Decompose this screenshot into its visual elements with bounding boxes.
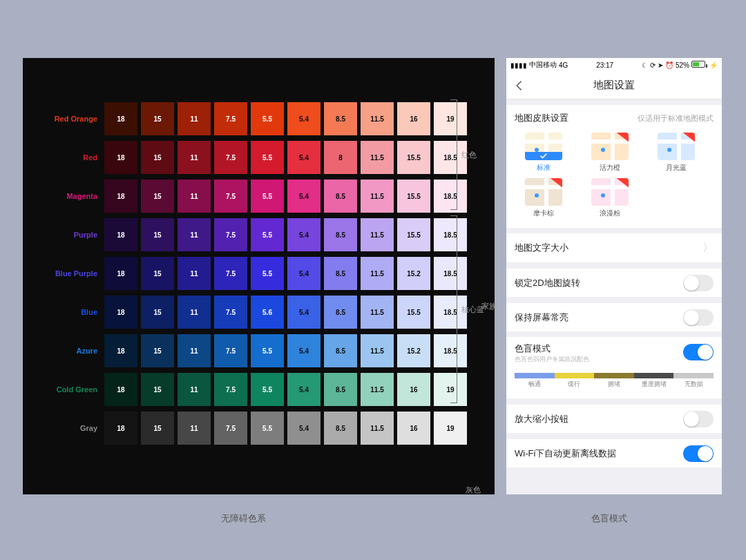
palette-swatch[interactable]: 11 bbox=[178, 141, 211, 174]
palette-swatch[interactable]: 5.4 bbox=[287, 334, 321, 367]
palette-swatch[interactable]: 7.5 bbox=[214, 412, 247, 445]
palette-swatch[interactable]: 5.4 bbox=[287, 141, 321, 174]
palette-swatch[interactable]: 7.5 bbox=[214, 141, 247, 174]
palette-swatch[interactable]: 11.5 bbox=[361, 257, 394, 290]
palette-swatch[interactable]: 8.5 bbox=[324, 334, 357, 367]
palette-swatch[interactable]: 8.5 bbox=[324, 102, 357, 135]
toggle-colorblind[interactable] bbox=[683, 344, 714, 360]
palette-swatch[interactable]: 15.5 bbox=[397, 141, 430, 174]
palette-swatch[interactable]: 18 bbox=[104, 373, 137, 406]
palette-swatch[interactable]: 18 bbox=[104, 180, 137, 213]
palette-swatch[interactable]: 5.5 bbox=[251, 141, 284, 174]
palette-swatch[interactable]: 5.4 bbox=[287, 218, 321, 251]
palette-swatch[interactable]: 5.4 bbox=[287, 412, 321, 445]
palette-swatch[interactable]: 11.5 bbox=[361, 180, 394, 213]
palette-swatch[interactable]: 19 bbox=[434, 412, 467, 445]
palette-swatch[interactable]: 15.2 bbox=[397, 334, 430, 367]
palette-swatch[interactable]: 7.5 bbox=[214, 218, 247, 251]
palette-swatch[interactable]: 5.4 bbox=[287, 373, 321, 406]
palette-swatch[interactable]: 11 bbox=[178, 412, 211, 445]
skin-item[interactable]: 浪漫粉 bbox=[589, 178, 631, 218]
palette-swatch[interactable]: 16 bbox=[397, 373, 430, 406]
palette-swatch[interactable]: 15 bbox=[141, 218, 174, 251]
palette-swatch[interactable]: 18 bbox=[104, 412, 137, 445]
palette-swatch[interactable]: 8.5 bbox=[324, 257, 357, 290]
toggle-zoom[interactable] bbox=[683, 411, 714, 427]
palette-swatch[interactable]: 5.4 bbox=[287, 257, 321, 290]
palette-swatch[interactable]: 15 bbox=[141, 334, 174, 367]
palette-swatch[interactable]: 11 bbox=[178, 180, 211, 213]
palette-swatch[interactable]: 15 bbox=[141, 141, 174, 174]
palette-swatch[interactable]: 11.5 bbox=[361, 218, 394, 251]
palette-swatch[interactable]: 15 bbox=[141, 296, 174, 329]
palette-swatch[interactable]: 11 bbox=[178, 373, 211, 406]
palette-swatch[interactable]: 7.5 bbox=[214, 180, 247, 213]
skin-thumb bbox=[591, 133, 629, 160]
palette-swatch[interactable]: 15 bbox=[141, 180, 174, 213]
palette-swatch[interactable]: 8.5 bbox=[324, 296, 357, 329]
palette-swatch[interactable]: 8 bbox=[324, 141, 357, 174]
palette-swatch[interactable]: 5.4 bbox=[287, 102, 321, 135]
palette-swatch[interactable]: 5.5 bbox=[251, 334, 284, 367]
battery-icon bbox=[691, 61, 707, 69]
palette-swatch[interactable]: 11 bbox=[178, 257, 211, 290]
skin-name: 月光蓝 bbox=[666, 163, 687, 173]
palette-swatch[interactable]: 11.5 bbox=[361, 141, 394, 174]
palette-swatch[interactable]: 7.5 bbox=[214, 296, 247, 329]
toggle-lock-2d[interactable] bbox=[683, 275, 714, 291]
palette-swatch[interactable]: 18 bbox=[104, 141, 137, 174]
palette-swatch[interactable]: 15 bbox=[141, 412, 174, 445]
palette-swatch[interactable]: 15.5 bbox=[397, 180, 430, 213]
palette-swatch[interactable]: 15.2 bbox=[397, 257, 430, 290]
palette-swatch[interactable]: 18 bbox=[104, 296, 137, 329]
toggle-wifi-update[interactable] bbox=[683, 445, 714, 462]
row-text-size[interactable]: 地图文字大小 〉 bbox=[506, 233, 722, 262]
palette-swatch[interactable]: 18 bbox=[104, 102, 137, 135]
palette-swatch[interactable]: 7.5 bbox=[214, 373, 247, 406]
palette-swatch[interactable]: 5.5 bbox=[251, 218, 284, 251]
palette-swatch[interactable]: 15 bbox=[141, 257, 174, 290]
palette-swatch[interactable]: 7.5 bbox=[214, 334, 247, 367]
skin-item[interactable]: 标准 bbox=[523, 133, 564, 173]
palette-swatch[interactable]: 5.6 bbox=[251, 296, 284, 329]
palette-swatch[interactable]: 5.4 bbox=[287, 296, 321, 329]
palette-swatch[interactable]: 5.5 bbox=[251, 180, 284, 213]
palette-swatch[interactable]: 5.5 bbox=[251, 102, 284, 135]
palette-swatch[interactable]: 11.5 bbox=[361, 334, 394, 367]
palette-swatch[interactable]: 11 bbox=[178, 102, 211, 135]
palette-swatch[interactable]: 11.5 bbox=[361, 102, 394, 135]
palette-swatch[interactable]: 5.5 bbox=[251, 412, 284, 445]
palette-swatch[interactable]: 7.5 bbox=[214, 257, 247, 290]
palette-swatch[interactable]: 5.4 bbox=[287, 180, 321, 213]
palette-swatch[interactable]: 8.5 bbox=[324, 373, 357, 406]
palette-swatch[interactable]: 18 bbox=[104, 334, 137, 367]
toggle-keep-on[interactable] bbox=[683, 309, 714, 326]
skin-item[interactable]: 月光蓝 bbox=[656, 133, 697, 173]
row-keep-screen-on: 保持屏幕常亮 bbox=[506, 302, 722, 331]
palette-swatch[interactable]: 11.5 bbox=[361, 296, 394, 329]
skin-item[interactable]: 活力橙 bbox=[589, 133, 631, 173]
palette-swatch[interactable]: 11.5 bbox=[361, 412, 394, 445]
palette-swatch[interactable]: 18 bbox=[104, 218, 137, 251]
palette-swatch[interactable]: 8.5 bbox=[324, 412, 357, 445]
palette-swatch[interactable]: 5.5 bbox=[251, 257, 284, 290]
palette-swatch[interactable]: 8.5 bbox=[324, 218, 357, 251]
palette-swatch[interactable]: 18 bbox=[104, 257, 137, 290]
palette-swatch[interactable]: 11 bbox=[178, 218, 211, 251]
palette-swatch[interactable]: 7.5 bbox=[214, 102, 247, 135]
skin-item[interactable]: 摩卡棕 bbox=[523, 178, 564, 218]
palette-swatch[interactable]: 16 bbox=[397, 102, 430, 135]
back-button[interactable] bbox=[513, 77, 527, 94]
palette-swatch[interactable]: 15.5 bbox=[397, 218, 430, 251]
palette-swatch[interactable]: 11.5 bbox=[361, 373, 394, 406]
palette-swatch[interactable]: 11 bbox=[178, 296, 211, 329]
palette-swatch[interactable]: 16 bbox=[397, 412, 430, 445]
palette-swatch[interactable]: 15.5 bbox=[397, 296, 430, 329]
chevron-left-icon bbox=[513, 77, 526, 94]
palette-swatch[interactable]: 8.5 bbox=[324, 180, 357, 213]
palette-swatch[interactable]: 15 bbox=[141, 102, 174, 135]
palette-row-label: Cold Green bbox=[44, 386, 104, 394]
palette-swatch[interactable]: 15 bbox=[141, 373, 174, 406]
palette-swatch[interactable]: 5.5 bbox=[251, 373, 284, 406]
palette-swatch[interactable]: 11 bbox=[178, 334, 211, 367]
